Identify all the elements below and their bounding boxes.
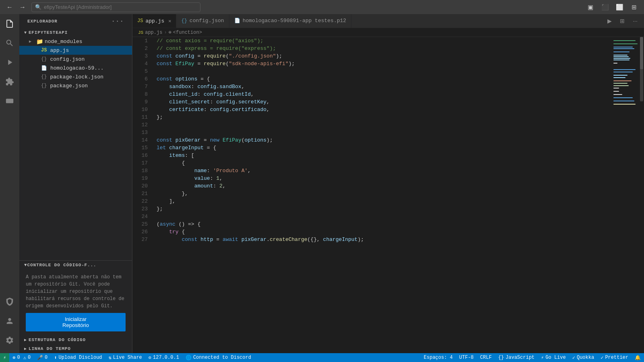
code-line: // const express = require("express"); [157,45,608,52]
status-line-ending[interactable]: CRLF [477,353,495,362]
sidebar: EXPLORADOR ··· ▼ EFIPYTESTEAPI ▶ 📁 node_… [19,14,132,353]
estrutura-section-header[interactable]: ▶ ESTRUTURA DO CÓDIGO [19,335,132,344]
tree-item-configjson[interactable]: ▶ {} config.json [19,55,132,64]
status-remote-button[interactable]: ⚡ [0,353,9,362]
global-search-bar[interactable]: 🔍 [31,2,200,12]
file-name: node_modules [45,39,83,45]
spaces-label: Espaços: 4 [424,355,453,360]
status-notifications[interactable]: 🔔 [632,353,644,362]
split-editor-button[interactable]: ⬜ [613,2,625,12]
run-button[interactable]: ▶ [604,15,615,27]
toggle-sidebar-button[interactable]: ▣ [584,2,597,12]
tab-configjson[interactable]: {} config.json [176,14,229,28]
activity-item-search[interactable] [0,33,19,53]
init-repo-button[interactable]: InicializarRepositório [26,313,126,331]
svg-rect-2 [613,40,636,41]
status-microphone[interactable]: 🎤 0 [34,353,51,362]
breadcrumb-function: <function> [173,30,202,35]
tab-appjs[interactable]: JS app.js ✕ [132,14,176,28]
svg-rect-14 [613,75,627,76]
explorer-section-label: EFIPYTESTEAPI [29,30,68,35]
json-file-icon: {} [41,56,47,62]
status-live-share[interactable]: ⇅ Live Share [105,353,145,362]
toggle-panel-button[interactable]: ⬛ [599,2,611,12]
code-line [157,129,608,136]
forward-button[interactable]: → [17,2,28,13]
breadcrumb-sep1: › [164,30,167,35]
discord-label: Connected to Discord [193,355,251,360]
activity-item-extensions[interactable] [0,72,19,91]
sidebar-more-button[interactable]: ··· [111,18,124,25]
git-message: A pasta atualmente aberta não tem um rep… [26,274,126,310]
status-upload[interactable]: ⬆ Upload Discloud [51,353,105,362]
status-spaces[interactable]: Espaços: 4 [421,353,456,362]
go-live-icon: ⚡ [541,355,544,361]
error-count: 0 [17,355,20,360]
live-share-icon: ⇅ [109,355,111,361]
live-share-label: Live Share [113,355,142,360]
svg-rect-24 [613,104,636,105]
status-ip[interactable]: ⊙ 127.0.0.1 [145,353,182,362]
status-discord[interactable]: 🌐 Connected to Discord [182,353,254,362]
code-line: name: 'Produto A', [157,167,608,175]
code-line: try { [157,228,608,236]
activity-item-explorer[interactable] [0,14,19,33]
tab-close-button[interactable]: ✕ [168,18,171,24]
status-go-live[interactable]: ⚡ Go Live [538,353,569,362]
customize-layout-button[interactable]: ⊞ [628,2,640,12]
status-bar: ⚡ ⊗ 0 ⚠ 0 🎤 0 ⬆ Upload Discloud ⇅ Live S… [0,353,644,362]
svg-rect-0 [6,99,13,103]
svg-rect-7 [613,55,627,56]
svg-rect-5 [613,48,634,49]
tab-label: app.js [145,18,164,24]
git-section-header[interactable]: ▼ CONTROLE DO CÓDIGO-F... [19,261,132,269]
estrutura-label: ESTRUTURA DO CÓDIGO [29,337,86,342]
status-quokka[interactable]: ✓ Quokka [569,353,597,362]
prettier-label: Prettier [605,355,628,360]
line-numbers: 1234567891011121314151617181920212223242… [132,37,153,353]
timeline-label: LINHA DO TEMPO [29,346,71,351]
status-errors[interactable]: ⊗ 0 ⚠ 0 [9,353,34,362]
code-content[interactable]: // const axios = require("axios");// con… [153,37,612,353]
tree-item-node-modules[interactable]: ▶ 📁 node_modules [19,37,132,46]
activity-item-gitlense[interactable] [0,292,19,311]
quokka-label: Quokka [577,355,594,360]
code-line [157,213,608,220]
explorer-chevron-icon: ▼ [24,31,27,35]
tabs-bar: JS app.js ✕ {} config.json 📄 homologacao… [132,14,644,28]
status-language[interactable]: {} JavaScript [495,353,538,362]
file-name: package.json [50,83,88,89]
split-editor-right-button[interactable]: ⊞ [617,15,628,27]
activity-item-settings[interactable] [0,331,19,350]
code-line: let chargeInput = { [157,144,608,152]
more-actions-button[interactable]: ··· [630,15,641,27]
svg-rect-4 [613,47,633,47]
search-input[interactable] [44,4,197,10]
tab-homologacao[interactable]: 📄 homologacao-590891-app testes.p12 [229,14,351,28]
code-line: (async () => { [157,220,608,228]
tree-item-packagejson[interactable]: ▶ {} package.json [19,81,132,90]
tree-item-packagelock[interactable]: ▶ {} package-lock.json [19,72,132,81]
activity-item-run[interactable] [0,53,19,72]
git-chevron-icon: ▼ [24,263,27,267]
activity-item-remote[interactable] [0,91,19,111]
prettier-icon: ✓ [601,355,603,361]
status-prettier[interactable]: ✓ Prettier [597,353,632,362]
minimap[interactable] [612,37,644,353]
svg-rect-21 [613,94,622,95]
tree-item-homologacao[interactable]: ▶ 📄 homologacao-59... [19,64,132,72]
js-tab-icon: JS [137,18,143,24]
title-bar-left: ← → 🔍 [4,2,200,13]
explorer-section-header[interactable]: ▼ EFIPYTESTEAPI [19,28,132,37]
tree-item-appjs[interactable]: ▶ JS app.js [19,46,132,55]
braces-icon: {} [498,355,504,360]
status-encoding[interactable]: UTF-8 [456,353,477,362]
code-line: const config = require("./config.json"); [157,52,608,60]
activity-item-account[interactable] [0,311,19,331]
svg-rect-3 [613,43,638,44]
code-line: const options = { [157,75,608,83]
code-line: client_secret: config.secretKey, [157,98,608,106]
back-button[interactable]: ← [4,2,15,13]
timeline-section-header[interactable]: ▶ LINHA DO TEMPO [19,344,132,353]
file-tree: ▶ 📁 node_modules ▶ JS app.js ▶ {} config… [19,37,132,260]
